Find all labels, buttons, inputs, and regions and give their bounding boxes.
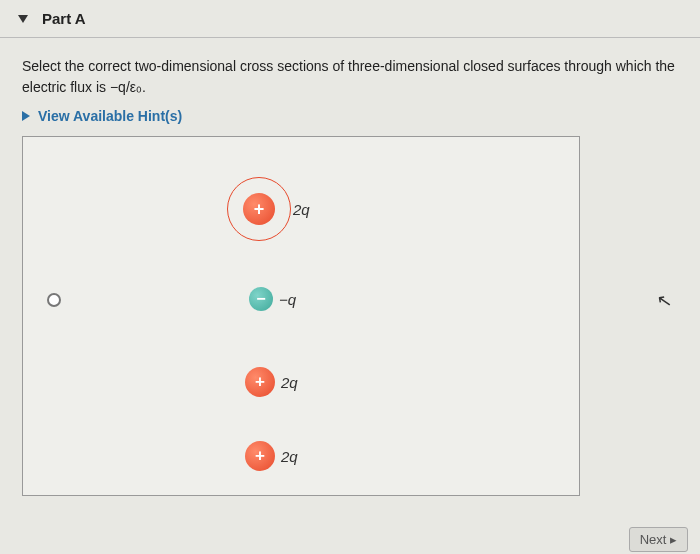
option-radio[interactable] (47, 293, 61, 307)
minus-icon: − (249, 287, 273, 311)
next-label: Next ▸ (640, 532, 677, 547)
charge-sign: + (254, 199, 265, 220)
collapse-icon (18, 15, 28, 23)
charge-1: + 2q (243, 193, 310, 225)
plus-icon: + (243, 193, 275, 225)
charge-label: −q (279, 291, 296, 308)
part-title: Part A (42, 10, 86, 27)
question-line2-suffix: . (142, 79, 146, 95)
next-button[interactable]: Next ▸ (629, 527, 688, 552)
question-expression: −q/ε₀ (110, 79, 142, 95)
answer-option-box: + 2q − −q + 2q (22, 136, 580, 496)
question-line1: Select the correct two-dimensional cross… (22, 58, 675, 74)
charge-4: + 2q (245, 441, 298, 471)
charge-sign: + (255, 446, 265, 466)
charge-label: 2q (281, 374, 298, 391)
question-text: Select the correct two-dimensional cross… (22, 56, 678, 98)
charge-label: 2q (293, 201, 310, 218)
charge-sign: + (255, 372, 265, 392)
question-line2-prefix: electric flux is (22, 79, 110, 95)
plus-icon: + (245, 441, 275, 471)
plus-icon: + (245, 367, 275, 397)
content-area: Select the correct two-dimensional cross… (0, 38, 700, 496)
charge-sign: − (256, 290, 265, 308)
charge-3: + 2q (245, 367, 298, 397)
chevron-right-icon (22, 111, 30, 121)
hints-label: View Available Hint(s) (38, 108, 182, 124)
charge-2: − −q (249, 287, 296, 311)
view-hints-button[interactable]: View Available Hint(s) (22, 108, 678, 124)
charge-label: 2q (281, 448, 298, 465)
part-header[interactable]: Part A (0, 0, 700, 38)
problem-panel: Part A Select the correct two-dimensiona… (0, 0, 700, 554)
